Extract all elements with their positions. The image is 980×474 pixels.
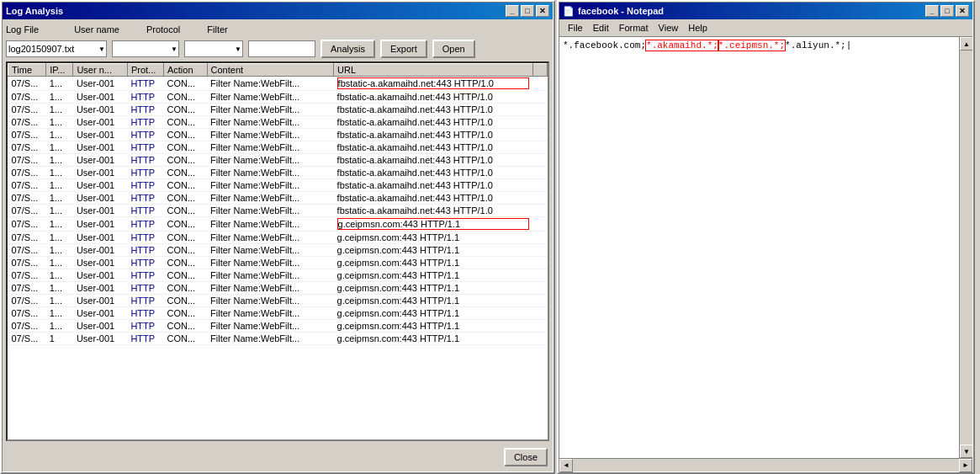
cell-content: Filter Name:WebFilt...: [207, 295, 334, 307]
cell-ip: 1...: [46, 257, 73, 269]
cell-proto: HTTP: [127, 295, 163, 307]
table-row[interactable]: 07/S... 1... User-001 HTTP CON... Filter…: [8, 154, 548, 167]
cell-proto: HTTP: [127, 104, 163, 116]
notepad-titlebar: 📄 facebook - Notepad _ □ ✕: [559, 3, 972, 19]
table-row[interactable]: 07/S... 1 User-001 HTTP CON... Filter Na…: [8, 333, 548, 345]
cell-proto: HTTP: [127, 257, 163, 269]
cell-time: 07/S...: [8, 77, 46, 91]
scroll-down-button[interactable]: ▼: [960, 445, 972, 458]
cell-content: Filter Name:WebFilt...: [207, 244, 334, 257]
cell-time: 07/S...: [8, 217, 46, 232]
cell-url: g.ceipmsn.com:443 HTTP/1.1: [334, 244, 533, 257]
notepad-close-button[interactable]: ✕: [956, 5, 969, 17]
cell-user: User-001: [73, 167, 128, 179]
table-row[interactable]: 07/S... 1... User-001 HTTP CON... Filter…: [8, 104, 548, 116]
highlighted-text: *.ceipmsn.*;: [718, 40, 785, 51]
cell-time: 07/S...: [8, 116, 46, 129]
table-row[interactable]: 07/S... 1... User-001 HTTP CON... Filter…: [8, 232, 548, 244]
menu-help[interactable]: Help: [683, 21, 712, 35]
notepad-title: facebook - Notepad: [578, 6, 664, 16]
table-row[interactable]: 07/S... 1... User-001 HTTP CON... Filter…: [8, 205, 548, 217]
col-content: Content: [207, 64, 334, 77]
table-row[interactable]: 07/S... 1... User-001 HTTP CON... Filter…: [8, 295, 548, 307]
cell-proto: HTTP: [127, 205, 163, 217]
cell-url: g.ceipmsn.com:443 HTTP/1.1: [334, 333, 533, 345]
log-analysis-titlebar: Log Analysis _ □ ✕: [3, 3, 553, 19]
analysis-button[interactable]: Analysis: [320, 40, 375, 58]
username-select[interactable]: [112, 40, 179, 57]
notepad-vscrollbar[interactable]: ▲ ▼: [959, 37, 972, 458]
cell-ip: 1...: [46, 104, 73, 116]
cell-time: 07/S...: [8, 320, 46, 333]
table-row[interactable]: 07/S... 1... User-001 HTTP CON... Filter…: [8, 116, 548, 129]
cell-user: User-001: [73, 333, 128, 345]
table-row[interactable]: 07/S... 1... User-001 HTTP CON... Filter…: [8, 320, 548, 333]
table-row[interactable]: 07/S... 1... User-001 HTTP CON... Filter…: [8, 257, 548, 269]
scroll-up-button[interactable]: ▲: [960, 37, 972, 51]
table-row[interactable]: 07/S... 1... User-001 HTTP CON... Filter…: [8, 129, 548, 141]
cell-time: 07/S...: [8, 141, 46, 154]
menu-file[interactable]: File: [563, 21, 588, 35]
cell-action: CON...: [163, 205, 207, 217]
cell-ip: 1...: [46, 217, 73, 232]
cell-url: fbstatic-a.akamaihd.net:443 HTTP/1.0: [334, 167, 533, 179]
table-row[interactable]: 07/S... 1... User-001 HTTP CON... Filter…: [8, 141, 548, 154]
scroll-right-button[interactable]: ►: [959, 459, 972, 472]
table-row[interactable]: 07/S... 1... User-001 HTTP CON... Filter…: [8, 167, 548, 179]
table-row[interactable]: 07/S... 1... User-001 HTTP CON... Filter…: [8, 91, 548, 104]
table-row[interactable]: 07/S... 1... User-001 HTTP CON... Filter…: [8, 179, 548, 192]
export-button[interactable]: Export: [380, 40, 427, 58]
minimize-button[interactable]: _: [506, 5, 519, 17]
table-row[interactable]: 07/S... 1... User-001 HTTP CON... Filter…: [8, 244, 548, 257]
close-button[interactable]: ✕: [536, 5, 549, 17]
open-button[interactable]: Open: [432, 40, 475, 58]
log-file-label: Log File: [6, 24, 39, 35]
notepad-window: 📄 facebook - Notepad _ □ ✕ File Edit For…: [557, 0, 975, 474]
log-file-select-wrapper: log20150907.txt ▼: [6, 40, 107, 57]
scroll-left-button[interactable]: ◄: [559, 459, 573, 472]
cell-url: g.ceipmsn.com:443 HTTP/1.1: [334, 232, 533, 244]
cell-url: fbstatic-a.akamaihd.net:443 HTTP/1.0: [334, 205, 533, 217]
table-row[interactable]: 07/S... 1... User-001 HTTP CON... Filter…: [8, 192, 548, 205]
table-row[interactable]: 07/S... 1... User-001 HTTP CON... Filter…: [8, 282, 548, 295]
notepad-maximize-button[interactable]: □: [940, 5, 954, 17]
normal-text: *.facebook.com;: [563, 40, 646, 51]
menu-view[interactable]: View: [654, 21, 684, 35]
table-row[interactable]: 07/S... 1... User-001 HTTP CON... Filter…: [8, 269, 548, 282]
cell-url: g.ceipmsn.com:443 HTTP/1.1: [334, 217, 533, 232]
table-row[interactable]: 07/S... 1... User-001 HTTP CON... Filter…: [8, 77, 548, 91]
log-analysis-title: Log Analysis: [6, 6, 63, 16]
table-row[interactable]: 07/S... 1... User-001 HTTP CON... Filter…: [8, 307, 548, 320]
menu-format[interactable]: Format: [614, 21, 654, 35]
cell-content: Filter Name:WebFilt...: [207, 307, 334, 320]
cell-content: Filter Name:WebFilt...: [207, 257, 334, 269]
log-analysis-window: Log Analysis _ □ ✕ Log File User name Pr…: [0, 0, 555, 474]
protocol-select[interactable]: [184, 40, 243, 57]
cell-ip: 1...: [46, 282, 73, 295]
col-url: URL: [334, 64, 533, 77]
cell-proto: HTTP: [127, 333, 163, 345]
log-file-select[interactable]: log20150907.txt: [6, 40, 107, 57]
table-scroll-area[interactable]: Time IP... User n... Prot... Action Cont…: [8, 63, 548, 439]
cell-ip: 1...: [46, 269, 73, 282]
table-row[interactable]: 07/S... 1... User-001 HTTP CON... Filter…: [8, 217, 548, 232]
close-dialog-button[interactable]: Close: [504, 448, 548, 466]
cell-url: fbstatic-a.akamaihd.net:443 HTTP/1.0: [334, 116, 533, 129]
cell-content: Filter Name:WebFilt...: [207, 205, 334, 217]
filter-label: Filter: [207, 24, 227, 35]
col-ip: IP...: [46, 64, 73, 77]
notepad-text-content[interactable]: *.facebook.com;*.akamaihd.*;*.ceipmsn.*;…: [559, 37, 959, 458]
cell-proto: HTTP: [127, 244, 163, 257]
cell-time: 07/S...: [8, 307, 46, 320]
cell-content: Filter Name:WebFilt...: [207, 269, 334, 282]
notepad-minimize-button[interactable]: _: [925, 5, 939, 17]
notepad-hscrollbar[interactable]: ◄ ►: [559, 458, 972, 471]
cell-action: CON...: [163, 154, 207, 167]
cell-content: Filter Name:WebFilt...: [207, 179, 334, 192]
filter-input[interactable]: [248, 40, 315, 57]
cell-proto: HTTP: [127, 167, 163, 179]
menu-edit[interactable]: Edit: [588, 21, 614, 35]
cell-proto: HTTP: [127, 232, 163, 244]
cell-url: fbstatic-a.akamaihd.net:443 HTTP/1.0: [334, 77, 533, 91]
maximize-button[interactable]: □: [521, 5, 534, 17]
